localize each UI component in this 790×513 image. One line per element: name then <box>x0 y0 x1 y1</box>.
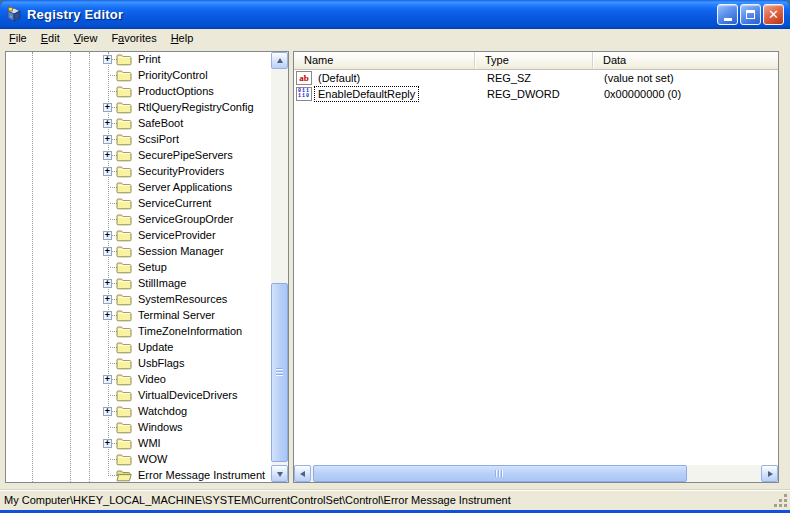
tree-item[interactable]: + ScsiPort <box>6 132 271 148</box>
values-panel: NameTypeData ab(Default)REG_SZ(value not… <box>293 51 779 483</box>
tree-item[interactable]: PriorityControl <box>6 68 271 84</box>
tree-item[interactable]: + ServiceProvider <box>6 228 271 244</box>
registry-tree: + Print PriorityControl ProductOptions+ … <box>6 52 271 482</box>
folder-closed-icon <box>116 293 132 306</box>
expand-plus-icon[interactable]: + <box>103 407 112 416</box>
tree-item[interactable]: Windows <box>6 420 271 436</box>
tree-item[interactable]: + Terminal Server <box>6 308 271 324</box>
expand-plus-icon[interactable]: + <box>103 151 112 160</box>
arrow-right-icon <box>768 471 776 477</box>
expand-plus-icon[interactable]: + <box>103 295 112 304</box>
menu-bar: FileEditViewFavoritesHelp <box>0 29 790 48</box>
column-header-name[interactable]: Name <box>294 52 475 69</box>
expand-plus-icon[interactable]: + <box>103 375 112 384</box>
tree-item-label: Windows <box>136 420 185 435</box>
folder-closed-icon <box>116 261 132 274</box>
tree-item-label: ProductOptions <box>136 84 216 99</box>
status-path: My Computer\HKEY_LOCAL_MACHINE\SYSTEM\Cu… <box>4 494 511 506</box>
scroll-right-button[interactable] <box>761 465 778 482</box>
horizontal-scroll-thumb[interactable] <box>313 465 687 482</box>
expand-plus-icon[interactable]: + <box>103 135 112 144</box>
tree-item[interactable]: + Watchdog <box>6 404 271 420</box>
tree-item[interactable]: + SafeBoot <box>6 116 271 132</box>
tree-item-label: Setup <box>136 260 169 275</box>
tree-item[interactable]: UsbFlags <box>6 356 271 372</box>
tree-item-label: WOW <box>136 452 169 467</box>
title-bar[interactable]: Registry Editor ✕ <box>0 0 790 29</box>
menu-item-favorites[interactable]: Favorites <box>104 30 163 47</box>
registry-app-icon <box>6 7 22 23</box>
tree-item[interactable]: WOW <box>6 452 271 468</box>
folder-closed-icon <box>116 213 132 226</box>
tree-item-label: TimeZoneInformation <box>136 324 244 339</box>
menu-item-file[interactable]: File <box>2 30 34 47</box>
tree-item[interactable]: Setup <box>6 260 271 276</box>
tree-item[interactable]: VirtualDeviceDrivers <box>6 388 271 404</box>
registry-editor-window: Registry Editor ✕ FileEditViewFavoritesH… <box>0 0 790 513</box>
folder-closed-icon <box>116 325 132 338</box>
folder-closed-icon <box>116 85 132 98</box>
value-data: (value not set) <box>593 72 778 84</box>
column-header-row: NameTypeData <box>294 52 778 70</box>
tree-item[interactable]: Error Message Instrument <box>6 468 271 482</box>
close-icon: ✕ <box>768 8 779 21</box>
tree-item[interactable]: TimeZoneInformation <box>6 324 271 340</box>
tree-panel: + Print PriorityControl ProductOptions+ … <box>5 51 289 483</box>
expand-plus-icon[interactable]: + <box>103 311 112 320</box>
tree-item[interactable]: + SecurityProviders <box>6 164 271 180</box>
scroll-up-button[interactable] <box>271 52 288 69</box>
folder-closed-icon <box>116 245 132 258</box>
expand-plus-icon[interactable]: + <box>103 55 112 64</box>
tree-item[interactable]: + SystemResources <box>6 292 271 308</box>
expand-plus-icon[interactable]: + <box>103 247 112 256</box>
folder-closed-icon <box>116 421 132 434</box>
expand-plus-icon[interactable]: + <box>103 103 112 112</box>
menu-item-edit[interactable]: Edit <box>34 30 67 47</box>
tree-item-label: ServiceGroupOrder <box>136 212 235 227</box>
arrow-left-icon <box>297 471 305 477</box>
folder-closed-icon <box>116 453 132 466</box>
minimize-button[interactable] <box>717 4 738 25</box>
maximize-button[interactable] <box>740 4 761 25</box>
column-header-type[interactable]: Type <box>475 52 593 69</box>
tree-vertical-scrollbar[interactable] <box>271 52 288 482</box>
folder-closed-icon <box>116 277 132 290</box>
tree-item[interactable]: + SecurePipeServers <box>6 148 271 164</box>
value-name: EnableDefaultReply <box>315 87 418 101</box>
tree-item-label: UsbFlags <box>136 356 186 371</box>
value-row[interactable]: ab(Default)REG_SZ(value not set) <box>294 70 778 86</box>
expand-plus-icon[interactable]: + <box>103 231 112 240</box>
tree-item-label: Terminal Server <box>136 308 217 323</box>
list-horizontal-scrollbar[interactable] <box>294 465 778 482</box>
tree-item-label: SecurityProviders <box>136 164 226 179</box>
menu-item-view[interactable]: View <box>67 30 105 47</box>
column-header-data[interactable]: Data <box>593 52 778 69</box>
value-row[interactable]: 011110EnableDefaultReplyREG_DWORD0x00000… <box>294 86 778 102</box>
tree-item[interactable]: Server Applications <box>6 180 271 196</box>
tree-item-label: ServiceCurrent <box>136 196 213 211</box>
folder-closed-icon <box>116 389 132 402</box>
tree-item[interactable]: + RtlQueryRegistryConfig <box>6 100 271 116</box>
expand-plus-icon[interactable]: + <box>103 279 112 288</box>
menu-item-help[interactable]: Help <box>164 30 201 47</box>
tree-item-label: Session Manager <box>136 244 226 259</box>
tree-item[interactable]: ProductOptions <box>6 84 271 100</box>
tree-item[interactable]: ServiceGroupOrder <box>6 212 271 228</box>
resize-grip-icon[interactable] <box>773 493 787 507</box>
main-content: + Print PriorityControl ProductOptions+ … <box>0 48 790 489</box>
tree-item[interactable]: ServiceCurrent <box>6 196 271 212</box>
expand-plus-icon[interactable]: + <box>103 439 112 448</box>
expand-plus-icon[interactable]: + <box>103 167 112 176</box>
tree-item[interactable]: + Session Manager <box>6 244 271 260</box>
expand-plus-icon[interactable]: + <box>103 119 112 128</box>
scroll-left-button[interactable] <box>294 465 311 482</box>
tree-item[interactable]: Update <box>6 340 271 356</box>
close-button[interactable]: ✕ <box>763 4 784 25</box>
folder-closed-icon <box>116 117 132 130</box>
tree-item[interactable]: + WMI <box>6 436 271 452</box>
tree-item[interactable]: + Video <box>6 372 271 388</box>
scroll-down-button[interactable] <box>271 465 288 482</box>
tree-item[interactable]: + Print <box>6 52 271 68</box>
vertical-scroll-thumb[interactable] <box>271 283 288 462</box>
tree-item[interactable]: + StillImage <box>6 276 271 292</box>
